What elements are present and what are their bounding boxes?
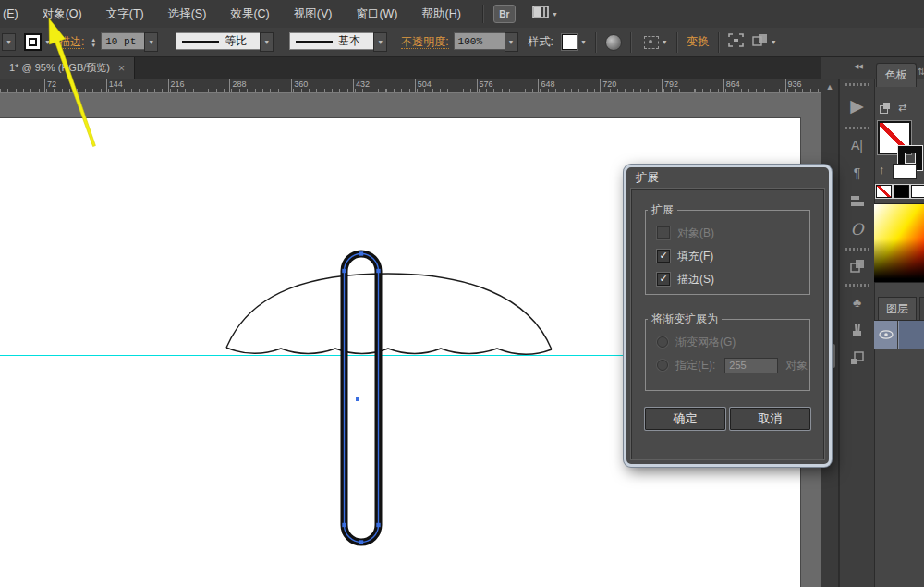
checkbox-control[interactable]: ✓: [657, 250, 670, 263]
character-panel-icon[interactable]: A|: [840, 131, 874, 159]
ruler-label: 792: [664, 79, 678, 89]
last-color-icon[interactable]: ↑: [879, 163, 885, 177]
stroke-weight-input[interactable]: 10 pt: [101, 32, 145, 50]
controlbar-divider: [595, 32, 597, 53]
dock-grip[interactable]: [845, 127, 869, 129]
ruler-label: 288: [232, 79, 246, 89]
collapse-dock-icon[interactable]: ◀◀: [854, 63, 862, 70]
menu-item-帮助H[interactable]: 帮助(H): [410, 0, 473, 28]
option-label: 描边(S): [677, 272, 714, 287]
menu-items: (E)对象(O)文字(T)选择(S)效果(C)视图(V)窗口(W)帮助(H): [0, 0, 473, 28]
dock-grip[interactable]: [845, 248, 869, 251]
swatch-none[interactable]: [876, 185, 892, 198]
transform-panel-icon[interactable]: [840, 252, 874, 280]
checkbox-control: [657, 226, 670, 239]
transform-link[interactable]: 变换: [687, 34, 710, 50]
ruler-label: 864: [726, 79, 740, 89]
ok-button[interactable]: 确定: [645, 408, 725, 430]
ruler-major-tick: [662, 79, 663, 92]
menu-item-E[interactable]: (E): [0, 0, 30, 28]
chevron-down-icon: ▼: [148, 39, 154, 45]
stepper-down-icon: ▼: [91, 43, 96, 48]
shape-mode-button[interactable]: ▼: [752, 33, 777, 51]
opacity-link[interactable]: 不透明度:: [401, 36, 448, 49]
cancel-button[interactable]: 取消: [730, 408, 810, 430]
layer-row[interactable]: [874, 320, 924, 349]
checkbox-填充(F)[interactable]: ✓填充(F): [657, 248, 809, 264]
checkbox-描边(S)[interactable]: ✓描边(S): [657, 271, 809, 287]
opacity-dropdown[interactable]: ▼: [505, 32, 518, 52]
illustrator-window: (E)对象(O)文字(T)选择(S)效果(C)视图(V)窗口(W)帮助(H) B…: [0, 0, 924, 587]
width-profile-dropdown[interactable]: ▼: [260, 32, 274, 52]
fill-dropdown-stub[interactable]: ▼: [2, 33, 16, 51]
tab-artboards-partial[interactable]: [919, 297, 924, 321]
stroke-weight-label[interactable]: 描边:: [59, 36, 84, 49]
ruler-major-tick: [538, 79, 539, 92]
style-swatch-button[interactable]: ▼: [562, 34, 587, 50]
dock-grip[interactable]: [845, 284, 869, 287]
ruler-label: 504: [418, 79, 432, 89]
paragraph-panel-icon[interactable]: ¶: [840, 159, 874, 187]
chevron-down-icon: ▼: [263, 39, 270, 45]
ruler-label: 720: [602, 79, 616, 89]
layer-visibility-toggle[interactable]: [874, 321, 898, 349]
swatch-white[interactable]: [911, 185, 924, 198]
menu-item-效果C[interactable]: 效果(C): [218, 0, 281, 28]
brush-definition-dropdown[interactable]: ▼: [373, 32, 387, 52]
stroke-weight-stepper[interactable]: ▲ ▼: [91, 37, 96, 48]
bridge-button[interactable]: Br: [493, 5, 516, 23]
opentype-panel-icon[interactable]: [840, 187, 874, 214]
select-similar-button[interactable]: ▼: [644, 36, 668, 49]
menu-bar: (E)对象(O)文字(T)选择(S)效果(C)视图(V)窗口(W)帮助(H) B…: [0, 0, 924, 29]
scroll-up-icon[interactable]: ▲: [821, 82, 838, 92]
ruler-major-tick: [415, 79, 416, 92]
close-icon[interactable]: ×: [118, 62, 125, 75]
ruler-major-tick: [353, 79, 354, 92]
width-profile-select[interactable]: 等比: [176, 32, 261, 50]
actions-panel-icon[interactable]: ▶: [840, 88, 874, 123]
document-tab[interactable]: 1* @ 95% (RGB/预览) ×: [0, 57, 135, 79]
dialog-buttons: 确定 取消: [645, 408, 810, 430]
tab-layers[interactable]: 图层: [878, 297, 917, 320]
icon-dock: ▶A|¶O♣: [839, 79, 874, 587]
chevron-down-icon: ▼: [552, 11, 558, 18]
chevron-down-icon: ▼: [771, 39, 777, 45]
swap-colors-icon[interactable]: ⇄: [898, 102, 906, 114]
ruler-major-tick: [168, 79, 169, 92]
ruler-label: 72: [47, 79, 56, 89]
controlbar-divider: [676, 32, 678, 53]
checkbox-control[interactable]: ✓: [657, 273, 670, 286]
swatch-black[interactable]: [894, 185, 909, 198]
swatch-kinds-icon[interactable]: [880, 103, 890, 113]
isolate-selection-icon[interactable]: [728, 33, 744, 51]
symbols-panel-icon[interactable]: ♣: [840, 288, 874, 316]
panel-collapse-icon[interactable]: ⇅: [918, 67, 924, 77]
glyphs-panel-icon[interactable]: O: [840, 214, 874, 244]
dialog-body: 扩展 对象(B)✓填充(F)✓描边(S) 将渐变扩展为 渐变网格(G)指定(E)…: [631, 189, 824, 459]
stroke-weight-dropdown[interactable]: ▼: [144, 32, 158, 52]
layer-row-body[interactable]: [898, 321, 924, 349]
option-label: 填充(F): [677, 249, 713, 264]
opacity-input[interactable]: 100%: [454, 32, 505, 50]
menu-item-对象O[interactable]: 对象(O): [30, 0, 94, 28]
tab-swatches[interactable]: 色板: [876, 63, 917, 87]
menu-item-窗口W[interactable]: 窗口(W): [344, 0, 409, 28]
stroke-box-button[interactable]: ▼: [24, 33, 51, 51]
document-tab-title: 1* @ 95% (RGB/预览): [9, 61, 110, 75]
eye-icon: [879, 330, 894, 339]
brushes-panel-icon[interactable]: [840, 316, 874, 344]
links-panel-icon[interactable]: [840, 344, 874, 372]
arrange-documents-button[interactable]: ▼: [532, 6, 558, 22]
dock-grip[interactable]: [845, 83, 869, 86]
brush-definition-select[interactable]: 基本: [289, 32, 374, 50]
menu-item-视图V[interactable]: 视图(V): [282, 0, 345, 28]
menu-item-文字T[interactable]: 文字(T): [94, 0, 156, 28]
color-spectrum[interactable]: [874, 203, 924, 283]
recolor-artwork-icon[interactable]: [605, 34, 622, 51]
dialog-title[interactable]: 扩展: [626, 167, 829, 188]
menu-item-选择S[interactable]: 选择(S): [156, 0, 219, 28]
radio-渐变网格(G): 渐变网格(G): [657, 334, 809, 350]
last-color-swatch[interactable]: [893, 164, 917, 179]
gradient-group-legend: 将渐变扩展为: [648, 312, 722, 327]
chevron-down-icon: ▼: [508, 39, 515, 45]
